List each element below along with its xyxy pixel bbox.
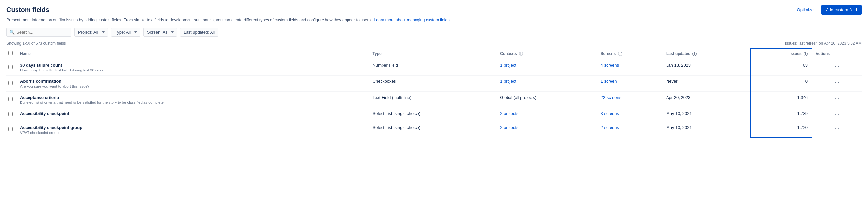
field-description: Are you sure you want to abort this issu…	[20, 84, 366, 88]
field-name: Accessibility checkpoint group	[20, 125, 366, 130]
field-name: Abort's confirmation	[20, 79, 366, 84]
type-filter[interactable]: Type: All	[111, 28, 140, 37]
page-description: Present more information on Jira issues …	[6, 17, 862, 23]
field-screens-cell: 4 screens	[597, 59, 663, 76]
field-screens-cell: 3 screens	[597, 108, 663, 121]
row-checkbox[interactable]	[8, 112, 12, 116]
row-checkbox-cell[interactable]	[6, 121, 17, 138]
contexts-link[interactable]: 2 projects	[500, 111, 518, 116]
field-issues-cell: 1,346	[750, 92, 812, 108]
add-custom-field-button[interactable]: Add custom field	[822, 5, 862, 14]
name-column-header: Name	[17, 48, 370, 59]
screens-link[interactable]: 3 screens	[601, 111, 619, 116]
field-type-cell: Checkboxes	[370, 75, 497, 92]
field-type-cell: Number Field	[370, 59, 497, 76]
field-name-cell: Accessibility checkpoint group VPAT chec…	[17, 121, 370, 138]
screens-link[interactable]: 2 screens	[601, 125, 619, 130]
field-issues-cell: 1,720	[750, 121, 812, 138]
field-actions-cell[interactable]: ···	[812, 121, 862, 138]
field-last-updated-cell: May 10, 2021	[663, 108, 750, 121]
contexts-link[interactable]: 1 project	[500, 79, 516, 84]
screens-link[interactable]: 22 screens	[601, 95, 622, 100]
issues-column-header: Issues i	[750, 48, 812, 59]
field-actions-cell[interactable]: ···	[812, 75, 862, 92]
field-last-updated-cell: Jan 13, 2023	[663, 59, 750, 76]
field-screens-cell: 22 screens	[597, 92, 663, 108]
field-contexts-cell: Global (all projects)	[497, 92, 597, 108]
field-actions-cell[interactable]: ···	[812, 92, 862, 108]
actions-column-header: Actions	[812, 48, 862, 59]
field-last-updated-cell: Never	[663, 75, 750, 92]
field-name-cell: Acceptance criteria Bulleted list of cri…	[17, 92, 370, 108]
field-contexts-cell: 2 projects	[497, 108, 597, 121]
results-info: Showing 1-50 of 573 custom fields Issues…	[6, 41, 862, 45]
row-checkbox[interactable]	[8, 65, 12, 69]
type-column-header: Type	[370, 48, 497, 59]
field-description: Bulleted list of criteria that need to b…	[20, 101, 366, 104]
field-screens-cell: 1 screen	[597, 75, 663, 92]
learn-more-link[interactable]: Learn more about managing custom fields	[374, 18, 449, 22]
field-description: VPAT checkpoint group	[20, 131, 366, 135]
row-checkbox[interactable]	[8, 81, 12, 85]
field-last-updated-cell: Apr 20, 2023	[663, 92, 750, 108]
row-actions-button[interactable]: ···	[833, 125, 841, 132]
last-refresh: Issues: last refresh on Apr 20, 2023 5:0…	[785, 41, 862, 45]
row-checkbox[interactable]	[8, 127, 12, 131]
table-row: Abort's confirmation Are you sure you wa…	[6, 75, 862, 92]
field-name-cell: Abort's confirmation Are you sure you wa…	[17, 75, 370, 92]
custom-fields-table: Name Type Contexts i Screens i Last upda…	[6, 48, 862, 138]
field-issues-cell: 83	[750, 59, 812, 76]
row-checkbox-cell[interactable]	[6, 59, 17, 76]
field-actions-cell[interactable]: ···	[812, 108, 862, 121]
field-last-updated-cell: May 10, 2021	[663, 121, 750, 138]
last-updated-filter[interactable]: Last updated: All	[180, 28, 218, 37]
row-actions-button[interactable]: ···	[833, 111, 841, 118]
field-contexts-cell: 1 project	[497, 75, 597, 92]
field-screens-cell: 2 screens	[597, 121, 663, 138]
optimize-button[interactable]: Optimize	[793, 5, 817, 14]
search-box[interactable]: 🔍	[6, 28, 71, 37]
results-count: Showing 1-50 of 573 custom fields	[6, 41, 66, 45]
search-icon: 🔍	[9, 30, 14, 35]
row-checkbox-cell[interactable]	[6, 92, 17, 108]
row-actions-button[interactable]: ···	[833, 79, 841, 86]
table-row: Acceptance criteria Bulleted list of cri…	[6, 92, 862, 108]
field-description: How many times the test failed during la…	[20, 68, 366, 72]
field-actions-cell[interactable]: ···	[812, 59, 862, 76]
field-name: Acceptance criteria	[20, 95, 366, 100]
field-contexts-cell: 1 project	[497, 59, 597, 76]
contexts-column-header: Contexts i	[497, 48, 597, 59]
screens-link[interactable]: 1 screen	[601, 79, 617, 84]
field-name: 30 days failure count	[20, 63, 366, 68]
row-actions-button[interactable]: ···	[833, 95, 841, 102]
screen-filter[interactable]: Screen: All	[144, 28, 177, 37]
table-row: Accessibility checkpoint Select List (si…	[6, 108, 862, 121]
field-name-cell: Accessibility checkpoint	[17, 108, 370, 121]
row-checkbox-cell[interactable]	[6, 108, 17, 121]
row-checkbox[interactable]	[8, 97, 12, 101]
contexts-link[interactable]: 1 project	[500, 63, 516, 68]
issues-info-icon: i	[804, 52, 808, 56]
field-name: Accessibility checkpoint	[20, 111, 366, 116]
table-row: 30 days failure count How many times the…	[6, 59, 862, 76]
filters-bar: 🔍 Project: All Type: All Screen: All Las…	[6, 28, 862, 37]
field-type-cell: Select List (single choice)	[370, 121, 497, 138]
field-name-cell: 30 days failure count How many times the…	[17, 59, 370, 76]
last-updated-column-header: Last updated i	[663, 48, 750, 59]
field-type-cell: Select List (single choice)	[370, 108, 497, 121]
select-all-checkbox[interactable]	[8, 51, 12, 55]
contexts-link[interactable]: 2 projects	[500, 125, 518, 130]
page-title: Custom fields	[6, 6, 49, 13]
screens-column-header: Screens i	[597, 48, 663, 59]
screens-link[interactable]: 4 screens	[601, 63, 619, 68]
project-filter[interactable]: Project: All	[74, 28, 108, 37]
select-all-header[interactable]	[6, 48, 17, 59]
row-checkbox-cell[interactable]	[6, 75, 17, 92]
screens-info-icon: i	[618, 52, 622, 56]
row-actions-button[interactable]: ···	[833, 63, 841, 70]
field-type-cell: Text Field (multi-line)	[370, 92, 497, 108]
search-input[interactable]	[17, 30, 68, 35]
last-updated-info-icon: i	[692, 52, 697, 56]
field-issues-cell: 0	[750, 75, 812, 92]
table-row: Accessibility checkpoint group VPAT chec…	[6, 121, 862, 138]
